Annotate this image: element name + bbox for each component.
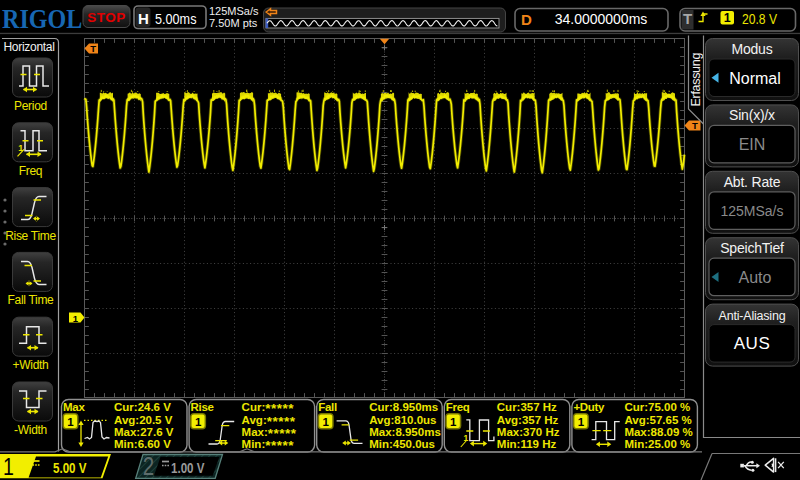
svg-text:Cur:8.950ms: Cur:8.950ms — [369, 401, 438, 413]
svg-text:Max:8.950ms: Max:8.950ms — [369, 426, 441, 438]
svg-text:Fall Time: Fall Time — [8, 293, 55, 307]
svg-text:2: 2 — [143, 453, 154, 480]
svg-text:Cur:75.00 %: Cur:75.00 % — [624, 401, 690, 413]
svg-text:Erfassung: Erfassung — [689, 53, 703, 107]
svg-text:Min:25.00 %: Min:25.00 % — [624, 438, 690, 450]
svg-text:Max:370 Hz: Max:370 Hz — [497, 426, 560, 438]
svg-text:SpeichTief: SpeichTief — [720, 240, 784, 256]
svg-text:125MSa/s: 125MSa/s — [209, 5, 259, 17]
svg-text:1: 1 — [3, 455, 14, 480]
svg-text:+Width: +Width — [13, 358, 49, 372]
svg-text:H: H — [138, 10, 149, 27]
svg-text:T: T — [683, 10, 692, 27]
svg-text:AUS: AUS — [734, 334, 770, 353]
svg-text:Cur:24.6 V: Cur:24.6 V — [114, 401, 171, 413]
svg-text:1: 1 — [724, 11, 731, 25]
svg-text:Max:27.6 V: Max:27.6 V — [114, 426, 174, 438]
svg-text:Period: Period — [14, 99, 47, 113]
svg-text:Min:450.0us: Min:450.0us — [369, 438, 435, 450]
svg-text:7.50M pts: 7.50M pts — [209, 17, 258, 29]
svg-text:1: 1 — [73, 313, 79, 324]
svg-text:-Width: -Width — [14, 423, 47, 437]
svg-text:Avg:357 Hz: Avg:357 Hz — [497, 414, 559, 426]
svg-text:T: T — [692, 120, 698, 131]
svg-text:1: 1 — [67, 416, 74, 428]
svg-text:Horizontal: Horizontal — [4, 40, 55, 54]
svg-text:+Duty: +Duty — [573, 401, 605, 413]
svg-text:Max:88.09 %: Max:88.09 % — [624, 426, 692, 438]
svg-text:1: 1 — [195, 416, 202, 428]
svg-text:125MSa/s: 125MSa/s — [720, 203, 783, 219]
svg-text:5.00ms: 5.00ms — [155, 11, 197, 27]
svg-text:Freq: Freq — [19, 164, 42, 178]
svg-text:Rise Time: Rise Time — [5, 229, 56, 243]
svg-text:D: D — [521, 11, 532, 28]
svg-text:Avg:20.5 V: Avg:20.5 V — [114, 414, 173, 426]
svg-text:Modus: Modus — [731, 41, 772, 57]
svg-text:Min:6.60 V: Min:6.60 V — [114, 438, 171, 450]
svg-text:RIGOL: RIGOL — [2, 3, 82, 34]
svg-text:Anti-Aliasing: Anti-Aliasing — [719, 309, 786, 323]
svg-text:Min:119 Hz: Min:119 Hz — [497, 438, 557, 450]
svg-text:Sin(x)/x: Sin(x)/x — [729, 107, 775, 123]
svg-text:5.00 V: 5.00 V — [53, 460, 87, 476]
svg-text:EIN: EIN — [739, 136, 766, 153]
svg-text:T: T — [90, 43, 96, 54]
svg-text:Abt. Rate: Abt. Rate — [724, 174, 781, 190]
svg-text:34.0000000ms: 34.0000000ms — [555, 11, 648, 27]
svg-text:STOP: STOP — [87, 10, 126, 25]
svg-text:Fall: Fall — [318, 401, 337, 413]
svg-text:Normal: Normal — [729, 70, 781, 87]
svg-text:Avg:810.0us: Avg:810.0us — [369, 414, 436, 426]
svg-text:Max: Max — [63, 401, 85, 413]
svg-text:1.00 V: 1.00 V — [171, 460, 205, 476]
svg-text:Freq: Freq — [446, 401, 470, 413]
svg-text:Cur:357 Hz: Cur:357 Hz — [497, 401, 557, 413]
svg-text:Avg:57.65 %: Avg:57.65 % — [624, 414, 691, 426]
svg-text:1: 1 — [450, 416, 457, 428]
svg-text:1: 1 — [322, 416, 329, 428]
svg-text:Auto: Auto — [739, 269, 772, 286]
svg-text:Rise: Rise — [191, 401, 214, 413]
svg-text:1: 1 — [578, 416, 585, 428]
svg-text:20.8 V: 20.8 V — [742, 11, 778, 27]
